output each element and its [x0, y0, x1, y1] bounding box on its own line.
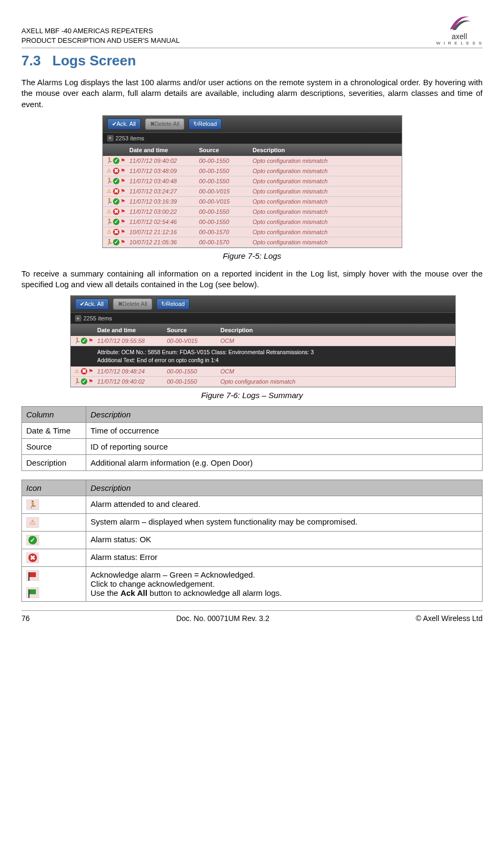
status-error-icon: ✖: [26, 552, 39, 563]
items-count: 2253 items: [116, 135, 145, 141]
th-description: Description: [86, 406, 483, 422]
log-row[interactable]: 🏃✓⚑11/07/12 03:16:3900-00-V015Opto confi…: [103, 197, 402, 207]
th-description: Description: [86, 480, 483, 496]
log-row-detail: Attribute: OCM No.: 5858 Enum: FDAS-V015…: [71, 346, 455, 366]
logs-screenshot-1: ✔Ack. All ✖Delete All ↻Reload + 2253 ite…: [102, 115, 402, 248]
paragraph-intro: The Alarms Log displays the last 100 ala…: [21, 77, 483, 110]
system-alarm-icon: ⚠: [26, 517, 39, 528]
header-line1: AXELL MBF -40 AMERICAS REPEATERS: [21, 26, 180, 36]
table-row: Description Additional alarm information…: [22, 454, 483, 470]
th-column: Column: [22, 406, 86, 422]
delete-all-button[interactable]: ✖Delete All: [145, 118, 184, 130]
figure-caption-1: Figure 7-5: Logs: [21, 251, 483, 260]
table-row: Source ID of reporting source: [22, 438, 483, 454]
page-footer: 76 Doc. No. 00071UM Rev. 3.2 © Axell Wir…: [21, 610, 483, 623]
log-row[interactable]: 🏃✓⚑ 11/07/12 09:55:58 00-00-V015 OCM: [71, 336, 455, 346]
log-table-header: Date and time Source Description: [71, 324, 455, 336]
table-row: Date & Time Time of occurrence: [22, 422, 483, 438]
icon-description-table: Icon Description 🏃 Alarm attended to and…: [21, 480, 483, 602]
table-row: ⚠ System alarm – displayed when system f…: [22, 513, 483, 531]
logs-screenshot-2: ✔Ack. All ✖Delete All ↻Reload + 2255 ite…: [70, 295, 456, 387]
figure-caption-2: Figure 7-6: Logs – Summary: [21, 391, 483, 400]
page-number: 76: [21, 614, 30, 623]
log-row[interactable]: ⚠✖⚑11/07/12 03:48:0900-00-1550Opto confi…: [103, 166, 402, 176]
ack-flag-red-icon: [26, 570, 39, 581]
ack-flag-green-icon: [26, 587, 39, 598]
log-row[interactable]: ⚠✖⚑11/07/12 03:24:2700-00-V015Opto confi…: [103, 186, 402, 197]
logo-text-main: axell: [452, 32, 467, 41]
reload-button[interactable]: ↻Reload: [156, 298, 190, 310]
brand-logo: axell W I R E L E S S: [436, 11, 483, 46]
ack-all-button[interactable]: ✔Ack. All: [107, 118, 141, 130]
logo-swirl-icon: [447, 11, 472, 32]
log-row[interactable]: ⚠✖⚑11/07/12 03:00:2200-00-1550Opto confi…: [103, 207, 402, 217]
ack-all-button[interactable]: ✔Ack. All: [75, 298, 109, 310]
log-row[interactable]: 🏃✓⚑11/07/12 09:40:0200-00-1550Opto confi…: [103, 156, 402, 166]
log-row[interactable]: 🏃✓⚑11/07/12 03:40:4800-00-1550Opto confi…: [103, 176, 402, 186]
table-row: ✖ Alarm status: Error: [22, 549, 483, 566]
status-ok-icon: ✓: [26, 535, 39, 545]
cleared-icon: 🏃: [26, 499, 39, 510]
expand-icon[interactable]: +: [107, 135, 114, 141]
log-row[interactable]: ⚠✖⚑ 11/07/12 09:48:24 00-00-1550 OCM: [71, 367, 455, 377]
doc-number: Doc. No. 00071UM Rev. 3.2: [176, 614, 269, 623]
copyright: © Axell Wireless Ltd: [416, 614, 483, 623]
table-row: Acknowledge alarm – Green = Acknowledged…: [22, 566, 483, 584]
table-row: ✓ Alarm status: OK: [22, 531, 483, 549]
table-row: 🏃 Alarm attended to and cleared.: [22, 496, 483, 513]
logo-text-sub: W I R E L E S S: [436, 41, 483, 46]
log-table-header: Date and time Source Description: [103, 144, 402, 156]
log-row[interactable]: 🏃✓⚑10/07/12 21:05:3600-00-1570Opto confi…: [103, 237, 402, 248]
delete-all-button[interactable]: ✖Delete All: [113, 298, 152, 310]
log-row[interactable]: 🏃✓⚑11/07/12 02:54:4600-00-1550Opto confi…: [103, 217, 402, 227]
log-row[interactable]: ⚠✖⚑10/07/12 21:12:1600-00-1570Opto confi…: [103, 227, 402, 237]
paragraph-summary: To receive a summary containing all info…: [21, 268, 483, 290]
section-heading: 7.3 Logs Screen: [21, 53, 483, 69]
items-count: 2255 items: [84, 315, 112, 321]
column-description-table: Column Description Date & Time Time of o…: [21, 406, 483, 471]
th-icon: Icon: [22, 480, 86, 496]
log-row[interactable]: 🏃✓⚑ 11/07/12 09:40:02 00-00-1550 Opto co…: [71, 377, 455, 387]
expand-icon[interactable]: +: [75, 315, 81, 321]
header-line2: PRODUCT DESCRIPTION AND USER'S MANUAL: [21, 36, 180, 46]
reload-button[interactable]: ↻Reload: [189, 118, 222, 130]
page-header: AXELL MBF -40 AMERICAS REPEATERS PRODUCT…: [21, 11, 483, 48]
